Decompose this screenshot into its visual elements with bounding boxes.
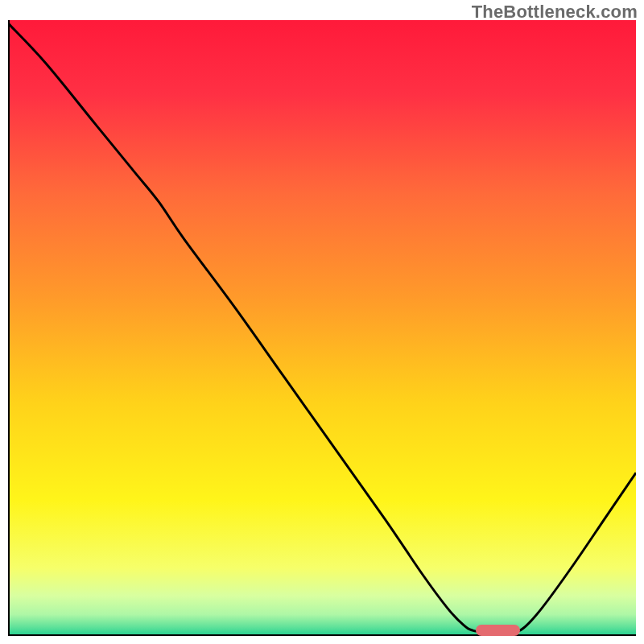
plot-area — [8, 20, 636, 636]
plot-svg — [8, 20, 636, 636]
chart-stage: TheBottleneck.com — [0, 0, 644, 644]
gradient-background — [8, 20, 636, 636]
